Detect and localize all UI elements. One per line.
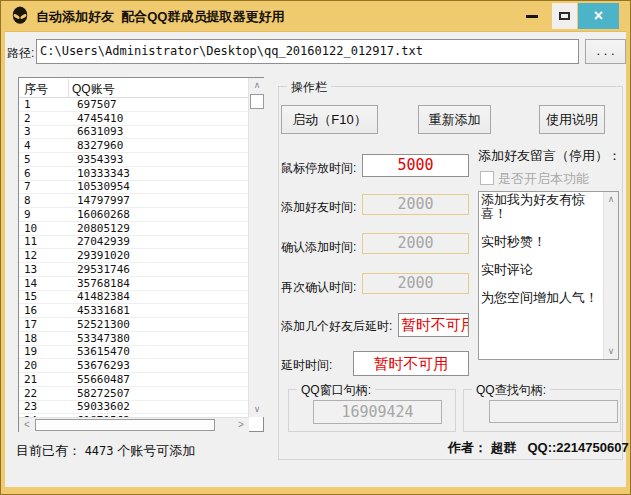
table-row[interactable]: 8 14797997 bbox=[19, 194, 248, 208]
start-button[interactable]: 启动（F10） bbox=[281, 105, 378, 134]
delay-time-input[interactable]: 暂时不可用 bbox=[353, 351, 469, 376]
table-row[interactable]: 14 35768184 bbox=[19, 277, 248, 291]
table-row[interactable]: 13 29531746 bbox=[19, 263, 248, 277]
table-row[interactable]: 23 59033602 bbox=[19, 401, 248, 415]
row-qq-number: 53347380 bbox=[73, 332, 130, 345]
row-qq-number: 8327960 bbox=[73, 139, 123, 152]
table-row[interactable]: 21 55660487 bbox=[19, 373, 248, 387]
row-index: 16 bbox=[19, 304, 73, 317]
row-index: 4 bbox=[19, 139, 73, 152]
row-qq-number: 10333343 bbox=[73, 167, 130, 180]
table-row[interactable]: 7 10530954 bbox=[19, 181, 248, 195]
column-header-qq[interactable]: QQ账号 bbox=[72, 81, 115, 98]
row-index: 10 bbox=[19, 222, 73, 235]
row-qq-number: 55660487 bbox=[73, 373, 130, 386]
minimize-button[interactable] bbox=[518, 2, 546, 29]
vertical-scroll-thumb[interactable] bbox=[250, 94, 264, 109]
qq-window-handle-value: 16909424 bbox=[313, 400, 442, 424]
scroll-up-icon[interactable]: ∧ bbox=[249, 78, 265, 93]
row-qq-number: 58272507 bbox=[73, 387, 130, 400]
row-index: 12 bbox=[19, 249, 73, 262]
delay-after-count-label: 添加几个好友后延时: bbox=[281, 318, 392, 335]
add-friend-time-input: 2000 bbox=[362, 194, 469, 215]
row-qq-number: 59033602 bbox=[73, 400, 130, 413]
table-row[interactable]: 20 53676293 bbox=[19, 359, 248, 373]
table-header: 序号 QQ账号 bbox=[19, 78, 248, 98]
mouse-hover-time-input[interactable]: 5000 bbox=[362, 154, 469, 177]
client-area: 路径: C:\Users\Administrator\Desktop\qq_20… bbox=[5, 31, 626, 487]
vertical-scrollbar[interactable]: ∧ ∨ bbox=[248, 78, 264, 417]
row-index: 22 bbox=[19, 387, 73, 400]
table-row[interactable]: 5 9354393 bbox=[19, 153, 248, 167]
close-button[interactable]: × bbox=[578, 3, 619, 29]
row-index: 8 bbox=[19, 194, 73, 207]
row-qq-number: 4745410 bbox=[73, 112, 123, 125]
table-row[interactable]: 11 27042939 bbox=[19, 236, 248, 250]
table-row[interactable]: 17 52521300 bbox=[19, 318, 248, 332]
row-index: 6 bbox=[19, 167, 73, 180]
confirm-add-time-input: 2000 bbox=[362, 233, 469, 254]
row-qq-number: 27042939 bbox=[73, 235, 130, 248]
column-header-index[interactable]: 序号 bbox=[24, 81, 48, 98]
table-row[interactable]: 4 8327960 bbox=[19, 139, 248, 153]
table-row[interactable]: 1 697507 bbox=[19, 98, 248, 112]
scroll-right-icon[interactable]: > bbox=[233, 418, 249, 432]
window-title: 自动添加好友 配合QQ群成员提取器更好用 bbox=[36, 8, 284, 26]
row-qq-number: 35768184 bbox=[73, 277, 130, 290]
table-row[interactable]: 9 16060268 bbox=[19, 208, 248, 222]
delay-after-count-input[interactable]: 暂时不可用 bbox=[398, 313, 469, 337]
scroll-down-icon[interactable]: ∨ bbox=[604, 344, 618, 359]
row-qq-number: 53615470 bbox=[73, 345, 130, 358]
path-input[interactable]: C:\Users\Administrator\Desktop\qq_201601… bbox=[36, 39, 579, 64]
qq-find-handle-value bbox=[489, 400, 618, 423]
horizontal-scrollbar[interactable]: < > bbox=[19, 417, 249, 432]
close-icon: × bbox=[594, 7, 603, 24]
table-row[interactable]: 15 41482384 bbox=[19, 291, 248, 305]
horizontal-scroll-thumb[interactable] bbox=[35, 419, 215, 431]
row-index: 7 bbox=[19, 180, 73, 193]
row-qq-number: 14797997 bbox=[73, 194, 130, 207]
table-row[interactable]: 3 6631093 bbox=[19, 126, 248, 140]
row-qq-number: 29531746 bbox=[73, 263, 130, 276]
table-row[interactable]: 22 58272507 bbox=[19, 387, 248, 401]
message-scrollbar[interactable]: ∧ ∨ bbox=[603, 192, 618, 359]
enable-feature-checkbox-row: 是否开启本功能 bbox=[480, 170, 589, 188]
row-qq-number: 16060268 bbox=[73, 208, 130, 221]
friend-message-text: 添加我为好友有惊喜！ 实时秒赞！ 实时评论 为您空间增加人气！ bbox=[481, 193, 600, 305]
table-row[interactable]: 10 20805129 bbox=[19, 222, 248, 236]
table-row[interactable]: 6 10333343 bbox=[19, 167, 248, 181]
author-credit: 作者： 超群 QQ::2214750607 bbox=[448, 439, 629, 457]
table-row[interactable]: 19 53615470 bbox=[19, 346, 248, 360]
row-index: 2 bbox=[19, 112, 73, 125]
row-index: 3 bbox=[19, 125, 73, 138]
row-index: 1 bbox=[19, 98, 73, 111]
row-index: 21 bbox=[19, 373, 73, 386]
maximize-icon bbox=[559, 12, 570, 20]
table-row[interactable]: 12 29391020 bbox=[19, 249, 248, 263]
help-button[interactable]: 使用说明 bbox=[539, 105, 605, 134]
row-index: 5 bbox=[19, 153, 73, 166]
table-row[interactable]: 18 53347380 bbox=[19, 332, 248, 346]
row-index: 17 bbox=[19, 318, 73, 331]
friend-message-textarea[interactable]: 添加我为好友有惊喜！ 实时秒赞！ 实时评论 为您空间增加人气！ ∧ ∨ bbox=[478, 191, 619, 360]
scroll-down-icon[interactable]: ∨ bbox=[249, 402, 265, 417]
scroll-up-icon[interactable]: ∧ bbox=[604, 192, 618, 207]
readd-button[interactable]: 重新添加 bbox=[418, 105, 491, 134]
row-index: 9 bbox=[19, 208, 73, 221]
maximize-button[interactable] bbox=[552, 3, 577, 29]
table-row[interactable]: 2 4745410 bbox=[19, 112, 248, 126]
title-bar[interactable]: 自动添加好友 配合QQ群成员提取器更好用 × bbox=[1, 1, 631, 31]
qq-window-handle-label: QQ窗口句柄: bbox=[297, 382, 375, 399]
app-window: 自动添加好友 配合QQ群成员提取器更好用 × 路径: C:\Users\Admi… bbox=[0, 0, 631, 495]
row-index: 14 bbox=[19, 277, 73, 290]
browse-button[interactable]: . . . bbox=[585, 39, 626, 64]
mouse-hover-time-label: 鼠标停放时间: bbox=[281, 160, 356, 177]
column-divider bbox=[68, 79, 69, 97]
operations-group-label: 操作栏 bbox=[287, 79, 331, 96]
row-qq-number: 6631093 bbox=[73, 125, 123, 138]
table-row[interactable]: 16 45331681 bbox=[19, 304, 248, 318]
scroll-left-icon[interactable]: < bbox=[19, 418, 35, 432]
account-table: 序号 QQ账号 1 697507 2 4745410 bbox=[18, 77, 264, 432]
enable-feature-checkbox bbox=[480, 171, 494, 185]
reconfirm-time-input: 2000 bbox=[362, 273, 469, 294]
